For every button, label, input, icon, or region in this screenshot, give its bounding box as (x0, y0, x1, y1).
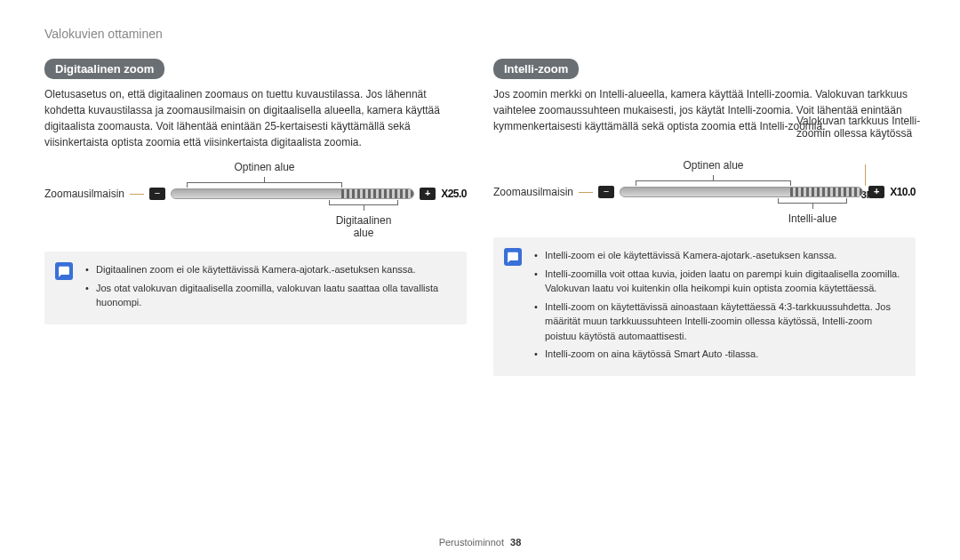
leader-line (579, 192, 593, 193)
right-note-box: Intelli-zoom ei ole käytettävissä Kamera… (493, 237, 916, 376)
zoom-minus-icon: − (598, 186, 614, 198)
annotation-leader (865, 164, 866, 186)
zoom-indicator-label: Zoomausilmaisin (493, 186, 573, 198)
right-heading-pill: Intelli-zoom (493, 59, 579, 79)
right-note-item: Intelli-zoom on aina käytössä Smart Auto… (534, 347, 903, 362)
zoom-value: X10.0 (890, 186, 916, 198)
footer-page-number: 38 (510, 537, 521, 548)
breadcrumb: Valokuvien ottaminen (44, 27, 916, 41)
zoom-digital-segment (341, 189, 414, 198)
right-note-item: Intelli-zoom on käytettävissä ainoastaan… (534, 300, 903, 344)
left-note-item: Digitaalinen zoom ei ole käytettävissä K… (85, 262, 454, 277)
left-note-item: Jos otat valokuvan digitaalisella zoomil… (85, 281, 454, 310)
left-note-box: Digitaalinen zoom ei ole käytettävissä K… (44, 252, 467, 324)
optical-range-label: Optinen alue (636, 159, 791, 172)
resolution-annotation: Valokuvan tarkkuus Intelli-zoomin olless… (796, 115, 921, 140)
digital-range-label: Digitaalinen alue (329, 214, 398, 239)
note-icon (55, 262, 73, 280)
right-note-item: Intelli-zoom ei ole käytettävissä Kamera… (534, 248, 903, 263)
optical-range-label: Optinen alue (187, 161, 342, 173)
zoom-optical-segment (620, 188, 789, 196)
right-zoom-diagram: Valokuvan tarkkuus Intelli-zoomin olless… (493, 159, 916, 225)
footer-section: Perustoiminnot (439, 537, 504, 548)
zoom-indicator-label: Zoomausilmaisin (44, 188, 124, 200)
zoom-intelli-segment (790, 188, 863, 196)
zoom-value: X25.0 (441, 188, 467, 200)
left-body: Oletusasetus on, että digitaalinen zooma… (44, 86, 467, 150)
right-note-item: Intelli-zoomilla voit ottaa kuvia, joide… (534, 267, 903, 296)
zoom-bar (171, 188, 414, 199)
zoom-minus-icon: − (149, 188, 165, 200)
zoom-plus-icon: + (868, 186, 884, 198)
left-zoom-diagram: Optinen alue Zoomausilmaisin − + X25.0 (44, 161, 467, 239)
zoom-bar (620, 187, 863, 197)
right-column: Intelli-zoom Jos zoomin merkki on Intell… (493, 59, 916, 376)
intelli-range-label: Intelli-alue (778, 212, 847, 225)
note-icon (504, 248, 522, 266)
leader-line (130, 194, 144, 195)
zoom-plus-icon: + (420, 188, 436, 200)
page-footer: Perustoiminnot 38 (0, 537, 960, 548)
zoom-optical-segment (172, 189, 340, 198)
left-heading-pill: Digitaalinen zoom (44, 59, 164, 79)
left-column: Digitaalinen zoom Oletusasetus on, että … (44, 59, 467, 376)
page-columns: Digitaalinen zoom Oletusasetus on, että … (44, 59, 916, 376)
